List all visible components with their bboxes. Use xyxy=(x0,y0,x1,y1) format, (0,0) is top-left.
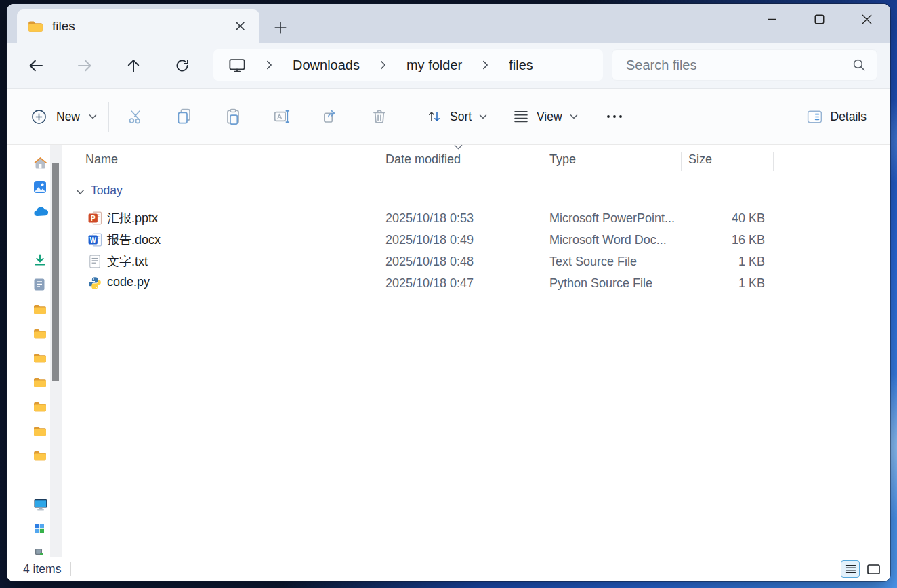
file-date: 2025/10/18 0:53 xyxy=(385,211,474,226)
downloads-icon xyxy=(33,253,47,267)
breadcrumb[interactable]: Downloads my folder files xyxy=(213,49,603,81)
file-size: 40 KB xyxy=(692,211,765,226)
breadcrumb-item-files[interactable]: files xyxy=(509,58,533,73)
sidebar-item-home[interactable] xyxy=(7,150,50,175)
chevron-down-icon[interactable] xyxy=(76,189,85,195)
sidebar-item-folder[interactable] xyxy=(7,443,50,467)
column-header-name[interactable]: Name xyxy=(85,152,118,167)
file-size: 1 KB xyxy=(692,255,765,269)
file-date: 2025/10/18 0:49 xyxy=(385,233,474,247)
sidebar-item-folder[interactable] xyxy=(7,321,50,345)
sidebar-item-this-pc[interactable] xyxy=(7,492,50,516)
new-tab-button[interactable] xyxy=(272,20,289,36)
folder-icon xyxy=(33,425,47,437)
sidebar-item-folder[interactable] xyxy=(7,297,50,321)
details-icon xyxy=(807,110,822,124)
documents-icon xyxy=(33,278,45,291)
search-input[interactable]: Search files xyxy=(612,49,877,81)
share-button[interactable] xyxy=(314,89,347,144)
svg-text:W: W xyxy=(89,236,96,244)
sidebar-scrollbar[interactable] xyxy=(50,145,62,557)
details-view-toggle[interactable] xyxy=(841,560,860,578)
command-toolbar: New Sort View Details xyxy=(7,88,890,145)
folder-icon xyxy=(28,20,43,33)
view-button[interactable]: View xyxy=(514,89,578,144)
folder-icon xyxy=(33,328,47,339)
new-button[interactable]: New xyxy=(31,89,97,144)
file-row[interactable]: P 汇报.pptx 2025/10/18 0:53 Microsoft Powe… xyxy=(62,207,890,229)
sidebar-item-network[interactable] xyxy=(7,516,50,541)
scrollbar-thumb[interactable] xyxy=(52,163,59,381)
chevron-down-icon xyxy=(89,114,97,119)
breadcrumb-item-downloads[interactable]: Downloads xyxy=(293,58,360,73)
chevron-right-icon xyxy=(380,60,386,70)
file-list: Name Date modified Type Size Today P 汇报.… xyxy=(62,145,890,557)
column-header-date-modified[interactable]: Date modified xyxy=(385,152,461,167)
file-type: Microsoft PowerPoint... xyxy=(549,211,675,226)
cut-button[interactable] xyxy=(119,89,152,144)
tab-close-icon[interactable] xyxy=(231,18,249,35)
file-name[interactable]: code.py xyxy=(107,275,150,289)
search-placeholder: Search files xyxy=(626,58,697,73)
this-pc-icon[interactable] xyxy=(228,58,246,73)
status-divider xyxy=(70,562,71,576)
sidebar-item-onedrive[interactable] xyxy=(7,199,50,224)
file-name[interactable]: 汇报.pptx xyxy=(107,210,158,226)
sidebar-item-downloads[interactable] xyxy=(7,248,50,272)
more-options-button[interactable] xyxy=(605,89,624,144)
svg-text:P: P xyxy=(91,215,96,222)
column-header-type[interactable]: Type xyxy=(549,152,576,167)
sort-button[interactable]: Sort xyxy=(427,89,487,144)
sidebar-item-folder[interactable] xyxy=(7,394,50,419)
group-label: Today xyxy=(91,184,123,198)
tab-files[interactable]: files xyxy=(17,9,259,43)
file-row[interactable]: code.py 2025/10/18 0:47 Python Source Fi… xyxy=(62,272,890,294)
new-plus-icon xyxy=(31,109,47,125)
copy-button[interactable] xyxy=(168,89,201,144)
sort-indicator-icon xyxy=(454,144,463,150)
search-icon[interactable] xyxy=(852,58,866,72)
sidebar-item-folder[interactable] xyxy=(7,419,50,443)
folder-icon xyxy=(33,352,47,364)
sort-button-label: Sort xyxy=(450,110,472,124)
text-file-icon xyxy=(88,255,102,268)
file-name[interactable]: 文字.txt xyxy=(107,253,148,270)
delete-button[interactable] xyxy=(363,89,396,144)
breadcrumb-item-my-folder[interactable]: my folder xyxy=(406,58,462,73)
back-button[interactable] xyxy=(12,58,60,73)
file-date: 2025/10/18 0:47 xyxy=(385,276,474,291)
python-file-icon xyxy=(88,276,102,290)
file-size: 1 KB xyxy=(692,276,765,291)
new-button-label: New xyxy=(56,110,80,124)
sidebar-item-folder[interactable] xyxy=(7,345,50,370)
sort-icon xyxy=(427,110,442,123)
sidebar-divider xyxy=(7,467,50,492)
refresh-button[interactable] xyxy=(158,58,207,73)
rename-button[interactable] xyxy=(266,89,298,144)
file-name[interactable]: 报告.docx xyxy=(107,232,161,248)
sidebar-item-documents[interactable] xyxy=(7,272,50,297)
column-header-size[interactable]: Size xyxy=(688,152,712,167)
file-row[interactable]: 文字.txt 2025/10/18 0:48 Text Source File … xyxy=(62,251,890,272)
file-date: 2025/10/18 0:48 xyxy=(385,255,474,269)
details-button-label: Details xyxy=(831,110,867,124)
details-button[interactable]: Details xyxy=(807,89,867,144)
minimize-button[interactable] xyxy=(748,8,795,30)
maximize-button[interactable] xyxy=(795,8,843,30)
group-header-today[interactable]: Today xyxy=(62,183,890,203)
folder-icon xyxy=(33,377,47,388)
chevron-right-icon xyxy=(482,60,488,70)
sidebar-item-gallery[interactable] xyxy=(7,175,50,199)
file-row[interactable]: W 报告.docx 2025/10/18 0:49 Microsoft Word… xyxy=(62,229,890,251)
navigation-sidebar xyxy=(7,145,50,557)
file-type: Text Source File xyxy=(549,255,637,269)
up-button[interactable] xyxy=(109,58,158,73)
forward-button[interactable] xyxy=(60,58,109,73)
window-controls xyxy=(748,8,890,30)
thumbnail-view-toggle[interactable] xyxy=(864,560,883,578)
folder-icon xyxy=(33,450,47,461)
sidebar-item-folder[interactable] xyxy=(7,370,50,394)
paste-button[interactable] xyxy=(217,89,249,144)
chevron-down-icon xyxy=(479,114,487,119)
close-button[interactable] xyxy=(843,8,890,30)
